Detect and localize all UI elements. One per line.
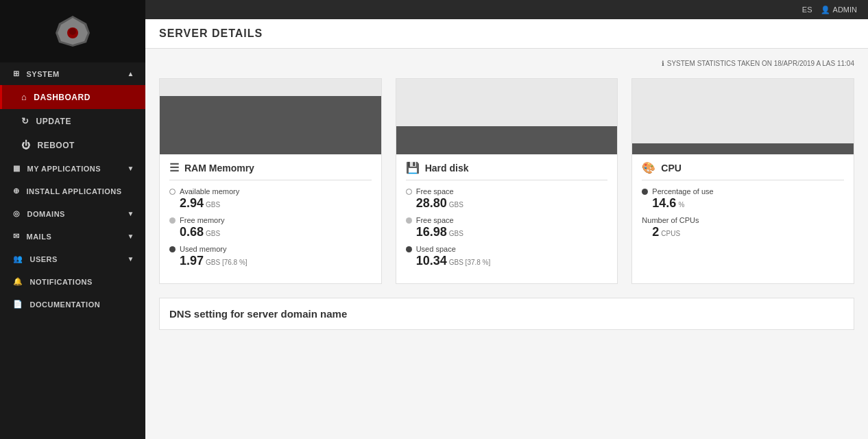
- ram-used-label: Used memory: [169, 245, 372, 253]
- cpu-num-label: Number of CPUs: [642, 216, 844, 224]
- ram-title-text: RAM Memomry: [184, 163, 254, 174]
- sidebar-section-domains[interactable]: ◎ DOMAINS ▼: [0, 202, 145, 225]
- sidebar-section-domains-label: DOMAINS: [27, 210, 65, 218]
- users-icon: 👥: [13, 254, 23, 263]
- cpu-icon: 🎨: [642, 161, 655, 174]
- disk-free-dot: [406, 217, 412, 224]
- cpu-pct-label-text: Percentage of use: [652, 187, 713, 195]
- ram-card-body: ☰ RAM Memomry Available memory 2.94GBS: [160, 154, 381, 283]
- sidebar-item-dashboard-label: DASHBOARD: [34, 93, 91, 102]
- sidebar-section-mails-label: MAILS: [27, 233, 52, 241]
- cpu-card: 🎨 CPU Percentage of use 14.6%: [631, 78, 854, 284]
- disk-free-label-text: Free space: [416, 216, 454, 224]
- used-value-text: 1.97: [180, 254, 204, 268]
- cpu-num-value-text: 2: [652, 225, 659, 239]
- reboot-icon: ⏻: [21, 140, 31, 150]
- documentation-icon: 📄: [13, 300, 23, 309]
- disk-freespace-unit-text: GBS: [449, 201, 463, 209]
- disk-used-label-text: Used space: [416, 245, 456, 253]
- ram-icon: ☰: [169, 161, 179, 174]
- system-icon: ⊞: [13, 69, 20, 78]
- ram-available-row: Available memory 2.94GBS: [169, 187, 372, 211]
- logo-icon: [45, 12, 100, 50]
- sidebar-item-reboot[interactable]: ⏻ REBOOT: [0, 133, 145, 157]
- disk-freespace-dot: [406, 189, 412, 195]
- free-unit-text: GBS: [206, 230, 220, 237]
- dns-title: DNS setting for server domain name: [169, 308, 844, 320]
- stats-grid: ☰ RAM Memomry Available memory 2.94GBS: [159, 78, 854, 284]
- sidebar-item-reboot-label: REBOOT: [38, 141, 75, 150]
- dns-section: DNS setting for server domain name: [159, 298, 854, 330]
- ram-available-value: 2.94GBS: [169, 196, 372, 211]
- cpu-card-title: 🎨 CPU: [642, 161, 844, 180]
- sidebar-section-documentation[interactable]: 📄 DOCUMENTATION: [0, 293, 145, 316]
- disk-freespace-value-text: 28.80: [416, 196, 447, 210]
- available-value-text: 2.94: [180, 196, 204, 210]
- cpu-pct-dot: [642, 189, 648, 195]
- install-applications-icon: ⊕: [13, 187, 20, 195]
- my-applications-icon: ▦: [13, 164, 21, 173]
- timestamp-text: SYSTEM STATISTICS TAKEN ON 18/APR/2019 A…: [667, 60, 854, 67]
- free-label-text: Free memory: [180, 216, 224, 224]
- sidebar: ⊞ SYSTEM ▲ ⌂ DASHBOARD ↻ UPDATE ⏻ REBOOT…: [0, 0, 145, 439]
- ram-card-title: ☰ RAM Memomry: [169, 161, 372, 180]
- sidebar-item-update[interactable]: ↻ UPDATE: [0, 109, 145, 133]
- cpu-num-row: Number of CPUs 2CPUS: [642, 216, 844, 239]
- ram-used-value: 1.97GBS [76.8 %]: [169, 254, 372, 268]
- sidebar-section-users[interactable]: 👥 USERS ▼: [0, 248, 145, 270]
- dashboard-icon: ⌂: [21, 92, 27, 102]
- disk-freespace-label-text: Free space: [416, 187, 454, 195]
- cpu-pct-label: Percentage of use: [642, 187, 844, 195]
- sidebar-section-system-label: SYSTEM: [27, 70, 60, 78]
- cpu-pct-value: 14.6%: [642, 196, 844, 211]
- disk-freespace-row: Free space 28.80GBS: [406, 187, 608, 211]
- free-value-text: 0.68: [180, 225, 204, 239]
- cpu-title-text: CPU: [661, 163, 682, 174]
- cpu-pct-value-text: 14.6: [652, 196, 676, 210]
- cpu-num-label-text: Number of CPUs: [642, 216, 699, 224]
- main-content: ES 👤 ADMIN SERVER DETAILS ℹ SYSTEM STATI…: [145, 0, 868, 439]
- topbar-language[interactable]: ES: [802, 5, 812, 14]
- ram-bar-fill: [160, 96, 381, 154]
- disk-freespace-value: 28.80GBS: [406, 196, 608, 211]
- sidebar-section-install-applications[interactable]: ⊕ INSTALL APPLICATIONS: [0, 180, 145, 202]
- sidebar-section-notifications[interactable]: 🔔 NOTIFICATIONS: [0, 270, 145, 293]
- update-icon: ↻: [21, 116, 29, 126]
- stats-timestamp: ℹ SYSTEM STATISTICS TAKEN ON 18/APR/2019…: [159, 60, 854, 67]
- ram-available-label: Available memory: [169, 187, 372, 195]
- sidebar-section-documentation-label: DOCUMENTATION: [30, 300, 101, 309]
- sidebar-section-system[interactable]: ⊞ SYSTEM ▲: [0, 62, 145, 85]
- available-dot: [169, 189, 176, 195]
- topbar: ES 👤 ADMIN: [145, 0, 868, 19]
- ram-free-value: 0.68GBS: [169, 225, 372, 239]
- used-label-text: Used memory: [180, 245, 226, 253]
- domains-chevron-icon: ▼: [128, 210, 134, 217]
- svg-point-3: [69, 28, 76, 35]
- cpu-num-value: 2CPUS: [642, 225, 844, 239]
- sidebar-section-users-label: USERS: [30, 255, 58, 263]
- ram-bar-chart: [160, 79, 381, 154]
- disk-free-label: Free space: [406, 216, 608, 224]
- sidebar-item-dashboard[interactable]: ⌂ DASHBOARD: [0, 85, 145, 109]
- disk-card: 💾 Hard disk Free space 28.80GBS: [396, 78, 618, 284]
- ram-free-row: Free memory 0.68GBS: [169, 216, 372, 239]
- used-dot: [169, 246, 176, 252]
- chevron-down-icon: ▼: [128, 165, 134, 172]
- disk-free-value: 16.98GBS: [406, 225, 608, 239]
- logo: [0, 0, 145, 62]
- cpu-card-body: 🎨 CPU Percentage of use 14.6%: [632, 154, 854, 254]
- ram-free-label: Free memory: [169, 216, 372, 224]
- sidebar-section-my-applications[interactable]: ▦ MY APPLICATIONS ▼: [0, 157, 145, 180]
- sidebar-section-mails[interactable]: ✉ MAILS ▼: [0, 225, 145, 248]
- disk-free-unit-text: GBS: [449, 230, 463, 237]
- disk-icon: 💾: [406, 161, 420, 174]
- disk-used-value: 10.34GBS [37.8 %]: [406, 254, 608, 268]
- mails-chevron-icon: ▼: [128, 233, 134, 240]
- cpu-pct-unit-text: %: [678, 201, 684, 209]
- ram-card: ☰ RAM Memomry Available memory 2.94GBS: [159, 78, 382, 284]
- info-icon: ℹ: [662, 60, 664, 67]
- domains-icon: ◎: [13, 209, 21, 218]
- page-title: SERVER DETAILS: [159, 27, 854, 40]
- disk-used-dot: [406, 246, 412, 252]
- disk-card-title: 💾 Hard disk: [406, 161, 608, 180]
